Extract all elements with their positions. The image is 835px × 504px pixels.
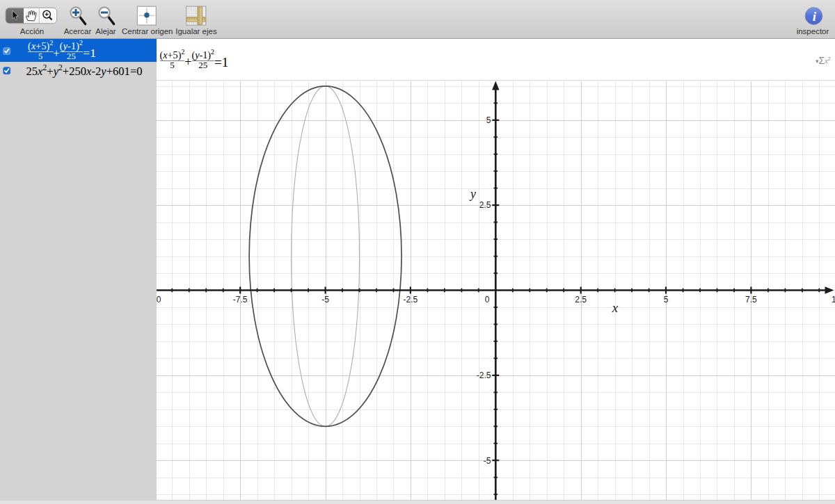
svg-text:-5: -5 bbox=[321, 295, 329, 304]
svg-text:7.5: 7.5 bbox=[745, 295, 757, 304]
svg-text:y: y bbox=[469, 187, 476, 201]
svg-text:0: 0 bbox=[485, 295, 490, 304]
svg-text:-2.5: -2.5 bbox=[404, 295, 418, 304]
svg-text:5: 5 bbox=[664, 295, 669, 304]
svg-text:x: x bbox=[612, 300, 619, 315]
svg-text:10: 10 bbox=[832, 295, 835, 304]
svg-text:-2.5: -2.5 bbox=[477, 371, 491, 380]
svg-text:-5: -5 bbox=[484, 456, 491, 466]
svg-text:5: 5 bbox=[486, 115, 491, 125]
svg-text:i: i bbox=[813, 9, 817, 24]
svg-text:2.5: 2.5 bbox=[575, 295, 587, 304]
svg-text:-10: -10 bbox=[157, 295, 161, 304]
svg-text:-7.5: -7.5 bbox=[233, 295, 248, 304]
svg-text:2.5: 2.5 bbox=[479, 200, 491, 210]
